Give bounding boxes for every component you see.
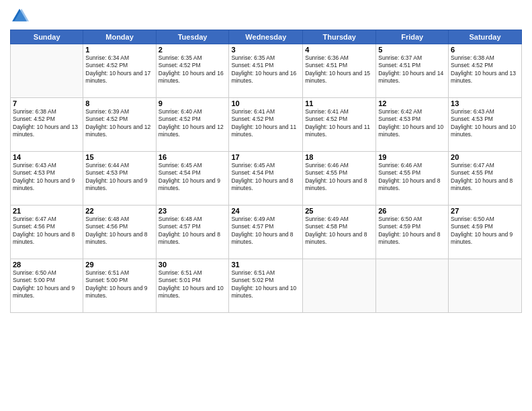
day-number: 23	[159, 207, 227, 215]
week-row-5: 28 Sunrise: 6:50 AMSunset: 5:00 PMDaylig…	[11, 259, 522, 313]
day-number: 6	[451, 46, 519, 54]
day-number: 19	[378, 153, 446, 161]
calendar-cell: 29 Sunrise: 6:51 AMSunset: 5:00 PMDaylig…	[83, 259, 156, 313]
calendar-cell: 26 Sunrise: 6:50 AMSunset: 4:59 PMDaylig…	[376, 205, 449, 259]
cell-info: Sunrise: 6:51 AMSunset: 5:00 PMDaylight:…	[85, 269, 153, 300]
day-header-sunday: Sunday	[11, 30, 83, 44]
calendar-cell: 8 Sunrise: 6:39 AMSunset: 4:52 PMDayligh…	[83, 98, 156, 152]
cell-info: Sunrise: 6:41 AMSunset: 4:52 PMDaylight:…	[231, 108, 300, 139]
calendar-cell: 19 Sunrise: 6:46 AMSunset: 4:55 PMDaylig…	[376, 152, 449, 205]
cell-info: Sunrise: 6:40 AMSunset: 4:52 PMDaylight:…	[159, 108, 227, 139]
cell-info: Sunrise: 6:50 AMSunset: 4:59 PMDaylight:…	[378, 216, 446, 246]
calendar-cell: 7 Sunrise: 6:38 AMSunset: 4:52 PMDayligh…	[11, 98, 83, 152]
calendar-cell: 20 Sunrise: 6:47 AMSunset: 4:55 PMDaylig…	[449, 152, 522, 205]
header-row: SundayMondayTuesdayWednesdayThursdayFrid…	[11, 30, 522, 44]
calendar-cell: 24 Sunrise: 6:49 AMSunset: 4:57 PMDaylig…	[229, 205, 303, 259]
calendar-cell: 15 Sunrise: 6:44 AMSunset: 4:53 PMDaylig…	[83, 152, 156, 205]
cell-info: Sunrise: 6:45 AMSunset: 4:54 PMDaylight:…	[159, 162, 227, 193]
cell-info: Sunrise: 6:50 AMSunset: 5:00 PMDaylight:…	[13, 269, 81, 300]
logo-icon	[10, 7, 29, 26]
calendar-cell: 6 Sunrise: 6:38 AMSunset: 4:52 PMDayligh…	[449, 44, 522, 98]
calendar-table: SundayMondayTuesdayWednesdayThursdayFrid…	[10, 30, 522, 313]
calendar-cell: 13 Sunrise: 6:43 AMSunset: 4:53 PMDaylig…	[449, 98, 522, 152]
day-number: 9	[159, 99, 227, 107]
day-header-wednesday: Wednesday	[229, 30, 303, 44]
calendar-cell: 23 Sunrise: 6:48 AMSunset: 4:57 PMDaylig…	[156, 205, 229, 259]
calendar-cell: 28 Sunrise: 6:50 AMSunset: 5:00 PMDaylig…	[11, 259, 83, 313]
cell-info: Sunrise: 6:41 AMSunset: 4:52 PMDaylight:…	[305, 108, 373, 139]
calendar-cell	[376, 259, 449, 313]
day-number: 1	[85, 46, 153, 54]
calendar-cell: 1 Sunrise: 6:34 AMSunset: 4:52 PMDayligh…	[83, 44, 156, 98]
cell-info: Sunrise: 6:49 AMSunset: 4:57 PMDaylight:…	[231, 216, 300, 246]
day-header-tuesday: Tuesday	[156, 30, 229, 44]
cell-info: Sunrise: 6:45 AMSunset: 4:54 PMDaylight:…	[231, 162, 300, 193]
day-number: 14	[13, 153, 81, 161]
calendar-cell: 22 Sunrise: 6:48 AMSunset: 4:56 PMDaylig…	[83, 205, 156, 259]
calendar-cell: 25 Sunrise: 6:49 AMSunset: 4:58 PMDaylig…	[303, 205, 376, 259]
calendar-cell: 12 Sunrise: 6:42 AMSunset: 4:53 PMDaylig…	[376, 98, 449, 152]
calendar-cell	[11, 44, 83, 98]
day-number: 20	[451, 153, 519, 161]
cell-info: Sunrise: 6:43 AMSunset: 4:53 PMDaylight:…	[451, 108, 519, 139]
cell-info: Sunrise: 6:48 AMSunset: 4:56 PMDaylight:…	[85, 216, 153, 246]
day-number: 4	[305, 46, 373, 54]
calendar-cell: 3 Sunrise: 6:35 AMSunset: 4:51 PMDayligh…	[229, 44, 303, 98]
calendar-cell: 11 Sunrise: 6:41 AMSunset: 4:52 PMDaylig…	[303, 98, 376, 152]
day-number: 8	[85, 99, 153, 107]
cell-info: Sunrise: 6:39 AMSunset: 4:52 PMDaylight:…	[85, 108, 153, 139]
day-number: 13	[451, 99, 519, 107]
day-number: 28	[13, 261, 81, 269]
calendar-cell: 31 Sunrise: 6:51 AMSunset: 5:02 PMDaylig…	[229, 259, 303, 313]
day-number: 26	[378, 207, 446, 215]
cell-info: Sunrise: 6:37 AMSunset: 4:51 PMDaylight:…	[378, 54, 446, 85]
cell-info: Sunrise: 6:48 AMSunset: 4:57 PMDaylight:…	[159, 216, 227, 246]
day-number: 5	[378, 46, 446, 54]
cell-info: Sunrise: 6:38 AMSunset: 4:52 PMDaylight:…	[13, 108, 81, 139]
calendar-cell: 10 Sunrise: 6:41 AMSunset: 4:52 PMDaylig…	[229, 98, 303, 152]
calendar-cell: 16 Sunrise: 6:45 AMSunset: 4:54 PMDaylig…	[156, 152, 229, 205]
cell-info: Sunrise: 6:51 AMSunset: 5:02 PMDaylight:…	[231, 269, 300, 300]
day-number: 7	[13, 99, 81, 107]
cell-info: Sunrise: 6:35 AMSunset: 4:51 PMDaylight:…	[231, 54, 300, 85]
day-number: 3	[231, 46, 300, 54]
day-number: 18	[305, 153, 373, 161]
day-number: 10	[231, 99, 300, 107]
cell-info: Sunrise: 6:44 AMSunset: 4:53 PMDaylight:…	[85, 162, 153, 193]
calendar-cell: 14 Sunrise: 6:43 AMSunset: 4:53 PMDaylig…	[11, 152, 83, 205]
day-header-thursday: Thursday	[303, 30, 376, 44]
calendar-cell	[449, 259, 522, 313]
calendar-cell: 2 Sunrise: 6:35 AMSunset: 4:52 PMDayligh…	[156, 44, 229, 98]
day-number: 29	[85, 261, 153, 269]
calendar-cell	[303, 259, 376, 313]
logo	[10, 7, 32, 26]
cell-info: Sunrise: 6:42 AMSunset: 4:53 PMDaylight:…	[378, 108, 446, 139]
day-number: 22	[85, 207, 153, 215]
calendar-page: SundayMondayTuesdayWednesdayThursdayFrid…	[0, 0, 532, 411]
day-number: 31	[231, 261, 300, 269]
day-header-saturday: Saturday	[449, 30, 522, 44]
calendar-cell: 5 Sunrise: 6:37 AMSunset: 4:51 PMDayligh…	[376, 44, 449, 98]
week-row-3: 14 Sunrise: 6:43 AMSunset: 4:53 PMDaylig…	[11, 152, 522, 205]
calendar-cell: 18 Sunrise: 6:46 AMSunset: 4:55 PMDaylig…	[303, 152, 376, 205]
day-header-monday: Monday	[83, 30, 156, 44]
day-number: 25	[305, 207, 373, 215]
day-number: 27	[451, 207, 519, 215]
week-row-1: 1 Sunrise: 6:34 AMSunset: 4:52 PMDayligh…	[11, 44, 522, 98]
calendar-cell: 30 Sunrise: 6:51 AMSunset: 5:01 PMDaylig…	[156, 259, 229, 313]
cell-info: Sunrise: 6:46 AMSunset: 4:55 PMDaylight:…	[305, 162, 373, 193]
week-row-2: 7 Sunrise: 6:38 AMSunset: 4:52 PMDayligh…	[11, 98, 522, 152]
cell-info: Sunrise: 6:51 AMSunset: 5:01 PMDaylight:…	[159, 269, 227, 300]
week-row-4: 21 Sunrise: 6:47 AMSunset: 4:56 PMDaylig…	[11, 205, 522, 259]
cell-info: Sunrise: 6:34 AMSunset: 4:52 PMDaylight:…	[85, 54, 153, 85]
cell-info: Sunrise: 6:36 AMSunset: 4:51 PMDaylight:…	[305, 54, 373, 85]
cell-info: Sunrise: 6:35 AMSunset: 4:52 PMDaylight:…	[159, 54, 227, 85]
day-number: 15	[85, 153, 153, 161]
cell-info: Sunrise: 6:49 AMSunset: 4:58 PMDaylight:…	[305, 216, 373, 246]
cell-info: Sunrise: 6:43 AMSunset: 4:53 PMDaylight:…	[13, 162, 81, 193]
cell-info: Sunrise: 6:46 AMSunset: 4:55 PMDaylight:…	[378, 162, 446, 193]
calendar-cell: 21 Sunrise: 6:47 AMSunset: 4:56 PMDaylig…	[11, 205, 83, 259]
calendar-cell: 17 Sunrise: 6:45 AMSunset: 4:54 PMDaylig…	[229, 152, 303, 205]
calendar-cell: 4 Sunrise: 6:36 AMSunset: 4:51 PMDayligh…	[303, 44, 376, 98]
day-number: 11	[305, 99, 373, 107]
